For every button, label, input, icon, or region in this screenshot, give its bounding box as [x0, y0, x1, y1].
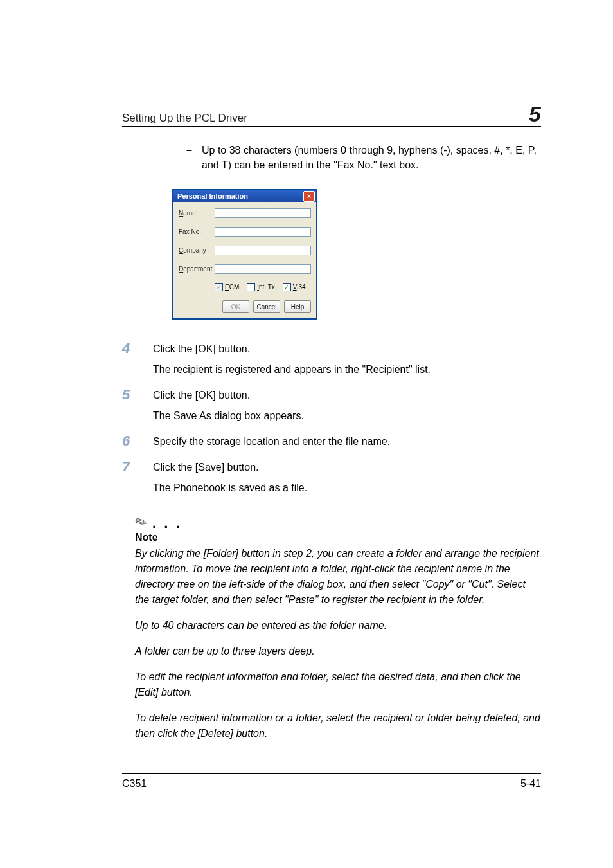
bullet-line: – Up to 38 characters (numbers 0 through… — [186, 143, 541, 172]
step-number: 7 — [122, 460, 147, 501]
company-input[interactable] — [215, 246, 311, 255]
step-text: The Save As dialog box appears. — [153, 408, 541, 424]
personal-info-dialog: Personal Information × Name Fax No. Comp… — [172, 189, 317, 320]
department-label: Department — [179, 266, 215, 273]
note-paragraph: A folder can be up to three layers deep. — [135, 644, 541, 659]
step-6: 6 Specify the storage location and enter… — [122, 434, 541, 455]
dialog-title-text: Personal Information — [177, 192, 248, 200]
paperclip-icon: ✎ — [132, 512, 152, 533]
chapter-number: 5 — [529, 103, 541, 125]
inttx-label: Int. Tx — [257, 284, 275, 291]
faxno-input[interactable] — [215, 227, 311, 237]
header-rule — [122, 126, 541, 127]
step-text: The recipient is registered and appears … — [153, 362, 541, 377]
help-button[interactable]: Help — [284, 300, 311, 313]
company-label: Company — [179, 247, 215, 254]
footer-rule — [122, 773, 541, 774]
note-paragraph: To delete recipient information or a fol… — [135, 710, 541, 741]
step-7: 7 Click the [Save] button. The Phonebook… — [122, 460, 541, 501]
ellipsis-icon: . . . — [152, 515, 182, 532]
ecm-label: ECM — [225, 284, 239, 291]
cancel-button[interactable]: Cancel — [253, 300, 280, 313]
ok-button[interactable]: OK — [222, 300, 249, 313]
note-paragraph: To edit the recipient information and fo… — [135, 669, 541, 700]
dialog-titlebar: Personal Information × — [173, 190, 316, 202]
step-4: 4 Click the [OK] button. The recipient i… — [122, 341, 541, 383]
faxno-label: Fax No. — [179, 228, 215, 235]
department-input[interactable] — [215, 264, 311, 274]
footer-left: C351 — [122, 778, 147, 790]
v34-checkbox[interactable]: ✓ — [283, 283, 291, 291]
name-input[interactable] — [215, 208, 311, 218]
bullet-dash: – — [186, 143, 202, 172]
note-paragraph: Up to 40 characters can be entered as th… — [135, 618, 541, 633]
step-number: 5 — [122, 388, 147, 429]
step-text: Click the [OK] button. — [153, 341, 541, 357]
step-text: Click the [Save] button. — [153, 460, 541, 475]
page-footer: C351 5-41 — [122, 773, 541, 790]
note-paragraph: By clicking the [Folder] button in step … — [135, 546, 541, 608]
section-title: Setting Up the PCL Driver — [122, 112, 247, 125]
step-number: 6 — [122, 434, 147, 455]
close-icon[interactable]: × — [303, 191, 315, 202]
step-text: Specify the storage location and enter t… — [153, 434, 541, 449]
step-5: 5 Click the [OK] button. The Save As dia… — [122, 388, 541, 429]
inttx-checkbox[interactable] — [247, 283, 255, 291]
bullet-text: Up to 38 characters (numbers 0 through 9… — [202, 143, 541, 172]
ecm-checkbox[interactable]: ✓ — [215, 283, 223, 291]
step-text: The Phonebook is saved as a file. — [153, 480, 541, 496]
v34-label: V.34 — [293, 284, 306, 291]
note-heading: Note — [135, 532, 541, 543]
page-header: Setting Up the PCL Driver 5 — [122, 103, 541, 125]
step-number: 4 — [122, 341, 147, 383]
checkbox-row: ✓ ECM Int. Tx ✓ V.34 — [215, 283, 311, 291]
step-text: Click the [OK] button. — [153, 388, 541, 403]
note-icon: ✎ . . . — [135, 514, 541, 530]
name-label: Name — [179, 210, 215, 217]
note-block: ✎ . . . Note By clicking the [Folder] bu… — [135, 514, 541, 741]
footer-right: 5-41 — [520, 778, 541, 790]
